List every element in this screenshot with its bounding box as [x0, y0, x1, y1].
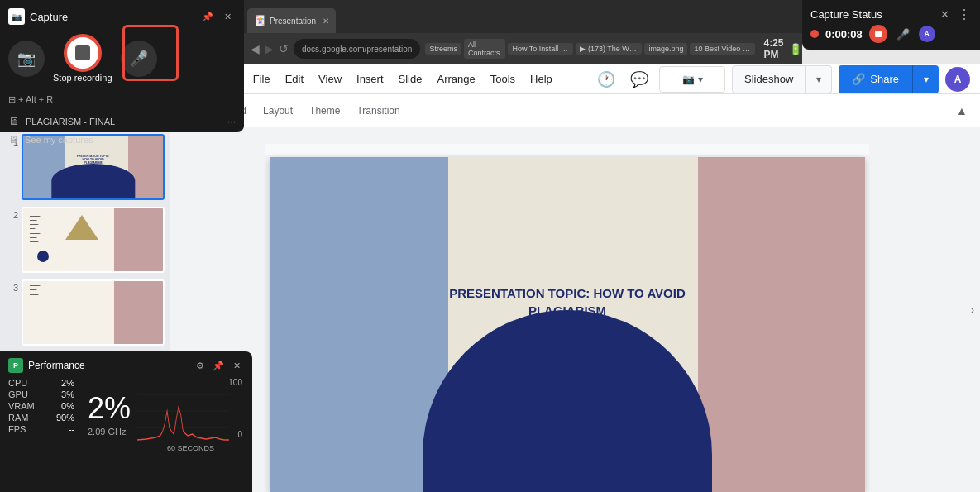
menu-view[interactable]: View	[312, 69, 348, 88]
share-icon: 🔗	[852, 73, 865, 85]
capture-logo-icon: 📷	[8, 8, 25, 25]
slide3-content: ━━━━━━━━━━━━━━━	[30, 284, 40, 299]
address-bar[interactable]: docs.google.com/presentation	[294, 39, 420, 59]
capture-status-stop-button[interactable]	[869, 25, 887, 43]
slide-title-line1: PRESENTATION TOPIC: HOW TO AVOID	[449, 286, 686, 300]
vram-label: VRAM	[8, 401, 35, 411]
capture-buttons-row: 📷 Stop recording 🎤	[8, 31, 236, 86]
version-history-button[interactable]: 🕐	[593, 66, 619, 93]
menu-arrange[interactable]: Arrange	[430, 69, 481, 88]
capture-shortcut-row: ⊞ + Alt + R	[8, 93, 236, 107]
capture-status-menu[interactable]: ⋮	[957, 7, 972, 21]
bookmark-all-contracts[interactable]: All Contracts	[464, 39, 506, 59]
perf-chart-svg	[137, 378, 229, 444]
browser-nav-bar: ◀ ▶ ↺ docs.google.com/presentation Stree…	[244, 33, 802, 64]
perf-header-buttons: ⚙ 📌 ✕	[193, 358, 244, 373]
perf-pin-button[interactable]: 📌	[211, 358, 226, 373]
capture-widget: 📷 Capture 📌 ✕ 📷 Stop recording 🎤 ⊞ + Alt…	[0, 0, 244, 132]
menu-insert[interactable]: Insert	[350, 69, 390, 88]
recording-dot	[810, 30, 819, 38]
perf-vram: VRAM 0%	[8, 401, 74, 411]
perf-body: CPU 2% GPU 3% VRAM 0% RAM 90% FPS --	[8, 378, 244, 452]
capture-title: Capture	[30, 11, 194, 23]
menu-slide[interactable]: Slide	[392, 69, 429, 88]
capture-status-body: 0:00:08 🎤 A	[810, 25, 972, 43]
fps-value: --	[69, 424, 74, 434]
slide-canvas[interactable]: PRESENTATION TOPIC: HOW TO AVOID PLAGIAR…	[270, 157, 865, 492]
camera-icon: 📷	[17, 50, 36, 68]
bookmark-youtube[interactable]: ▶ (173) The Wing Girls...	[576, 43, 642, 55]
browser-tab-active[interactable]: 🃏 Presentation ✕	[247, 8, 336, 33]
capture-header-buttons: 📌 ✕	[199, 8, 236, 25]
fps-label: FPS	[8, 424, 26, 434]
right-panel-collapse[interactable]: ›	[965, 127, 980, 492]
capture-camera-button[interactable]: 📷	[8, 41, 45, 77]
menu-tools[interactable]: Tools	[484, 69, 522, 88]
slide-2-thumbnail[interactable]: ━━━━━━━━━━━━━━━━━━━━━━━━━━━━━━━━━━━━	[22, 207, 165, 273]
capture-close-button[interactable]: ✕	[219, 8, 236, 25]
perf-title: Performance	[28, 360, 188, 371]
capture-more-icon[interactable]: ···	[227, 116, 236, 127]
cpu-label: CPU	[8, 378, 27, 388]
bookmark-image[interactable]: image.png	[644, 43, 687, 55]
see-captures-link[interactable]: See my captures	[25, 135, 93, 145]
user-avatar[interactable]: A	[945, 67, 970, 92]
capture-pin-button[interactable]: 📌	[199, 8, 216, 25]
slide-right-column	[686, 157, 865, 492]
slide-3-inner: ━━━━━━━━━━━━━━━	[23, 281, 163, 344]
ram-label: RAM	[8, 413, 28, 423]
collapse-toolbar-button[interactable]: ▲	[950, 99, 973, 122]
tab-close-active[interactable]: ✕	[323, 17, 329, 26]
ruler-svg: /* ruler ticks */	[265, 144, 869, 155]
slide2-lines: ━━━━━━━━━━━━━━━━━━━━━━━━━━━━━━━━━━━━	[30, 215, 40, 250]
nav-refresh-button[interactable]: ↺	[279, 42, 289, 55]
nav-forward-button[interactable]: ▶	[265, 42, 274, 55]
clock-display: 4:25 PM	[763, 37, 783, 60]
layout-button[interactable]: Layout	[256, 102, 299, 120]
share-button-group: 🔗 Share ▾	[839, 65, 939, 93]
capture-status-widget: Capture Status ✕ ⋮ 0:00:08 🎤 A	[802, 0, 980, 50]
slide3-right	[114, 281, 163, 344]
comments-button[interactable]: 💬	[626, 66, 653, 93]
capture-status-mute-button[interactable]: 🎤	[894, 25, 912, 43]
ram-value: 90%	[56, 413, 74, 423]
slideshow-button-group: Slideshow ▾	[732, 65, 832, 93]
stop-square-icon	[875, 31, 882, 37]
perf-frequency: 2.09 GHz	[88, 427, 131, 437]
capture-mic-button[interactable]: 🎤	[121, 41, 157, 77]
slide-3-number: 3	[5, 279, 18, 293]
slideshow-dropdown[interactable]: ▾	[806, 65, 832, 93]
mic-icon: 🎤	[130, 50, 148, 68]
gpu-label: GPU	[8, 389, 28, 399]
tab-favicon-google-slides: 🃏	[254, 15, 266, 26]
stop-highlight-ring	[64, 34, 102, 72]
bookmark-streems[interactable]: Streems	[425, 43, 461, 55]
menu-file[interactable]: File	[246, 69, 277, 88]
capture-status-close[interactable]: ✕	[937, 7, 952, 21]
camera-mode-button[interactable]: 📷 ▾	[659, 66, 725, 93]
perf-settings-button[interactable]: ⚙	[193, 358, 208, 373]
see-captures-row: 🖥 See my captures	[8, 134, 236, 146]
active-tab-label: Presentation	[270, 17, 316, 26]
menu-edit[interactable]: Edit	[279, 69, 310, 88]
share-button[interactable]: 🔗 Share	[839, 65, 912, 93]
theme-button[interactable]: Theme	[303, 102, 347, 120]
slide2-triangle	[65, 215, 98, 240]
monitor-icon: 🖥	[8, 134, 18, 146]
shortcut-label: ⊞ + Alt + R	[8, 94, 53, 105]
menu-help[interactable]: Help	[523, 69, 559, 88]
bookmark-video[interactable]: 10 Best Video Quali...	[690, 43, 755, 55]
capture-stop-button[interactable]	[65, 35, 101, 71]
camera-btn-arrow: ▾	[698, 74, 703, 85]
capture-status-title: Capture Status	[810, 8, 932, 21]
bookmark-how-to-install[interactable]: How To Install Cyan...	[508, 43, 573, 55]
transition-button[interactable]: Transition	[350, 102, 406, 120]
share-dropdown[interactable]: ▾	[912, 65, 939, 93]
perf-big-percentage: 2%	[88, 394, 131, 423]
slide-3-thumbnail[interactable]: ━━━━━━━━━━━━━━━	[22, 279, 165, 346]
slide2-right	[114, 208, 163, 271]
slideshow-button[interactable]: Slideshow	[732, 65, 806, 93]
nav-back-button[interactable]: ◀	[251, 42, 260, 55]
perf-close-button[interactable]: ✕	[229, 358, 244, 373]
slide-2-container: 2 ━━━━━━━━━━━━━━━━━━━━━━━━━━━━━━━━━━━━	[5, 207, 165, 273]
